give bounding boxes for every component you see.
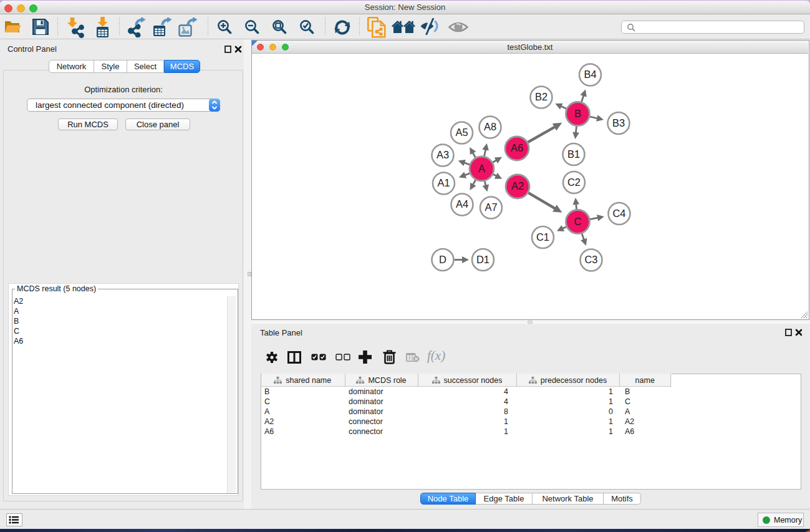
svg-text:A7: A7 <box>485 201 497 213</box>
svg-text:C: C <box>574 216 582 227</box>
svg-text:A8: A8 <box>484 121 496 132</box>
svg-text:B1: B1 <box>567 148 580 160</box>
svg-text:A5: A5 <box>455 127 468 138</box>
svg-text:D: D <box>439 254 446 265</box>
svg-text:C1: C1 <box>536 231 549 243</box>
svg-text:D1: D1 <box>476 254 489 265</box>
svg-text:C3: C3 <box>584 254 597 265</box>
svg-text:B: B <box>574 108 581 119</box>
svg-text:B2: B2 <box>535 91 547 102</box>
svg-text:A4: A4 <box>456 198 468 210</box>
svg-text:C4: C4 <box>612 208 625 219</box>
svg-text:A6: A6 <box>511 142 523 153</box>
svg-text:A: A <box>478 163 485 174</box>
svg-text:A2: A2 <box>511 180 524 191</box>
svg-text:B3: B3 <box>612 117 625 128</box>
svg-text:B4: B4 <box>584 69 596 80</box>
svg-text:C2: C2 <box>567 177 581 188</box>
svg-text:A1: A1 <box>437 177 450 188</box>
svg-text:A3: A3 <box>436 149 449 160</box>
